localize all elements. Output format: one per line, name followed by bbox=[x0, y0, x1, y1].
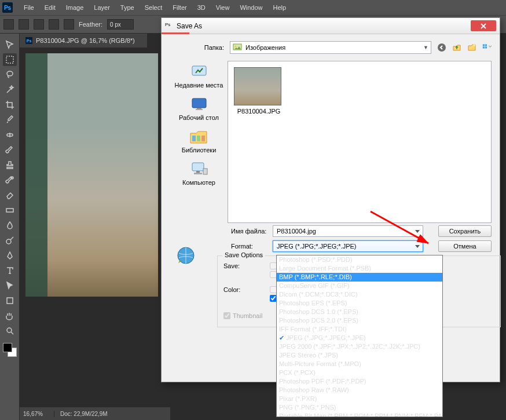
format-option[interactable]: Photoshop DCS 2.0 (*.EPS) bbox=[277, 316, 442, 325]
pictures-icon bbox=[233, 42, 242, 53]
document-canvas[interactable] bbox=[25, 53, 158, 297]
cancel-button[interactable]: Отмена bbox=[438, 240, 492, 252]
format-option[interactable]: ✔ JPEG (*.JPG;*.JPEG;*.JPE) bbox=[277, 334, 442, 342]
dodge-tool[interactable] bbox=[3, 234, 17, 247]
dialog-title: Save As bbox=[177, 22, 202, 30]
menu-image[interactable]: Image bbox=[61, 4, 89, 11]
thumbnail-label: Thumbnail bbox=[233, 312, 262, 319]
svg-rect-6 bbox=[7, 298, 13, 304]
file-name: P8310004.JPG bbox=[237, 108, 281, 115]
place-computer[interactable]: Компьютер bbox=[180, 158, 218, 188]
color-swatches[interactable] bbox=[3, 343, 17, 357]
svg-rect-12 bbox=[483, 44, 485, 46]
brush-tool[interactable] bbox=[3, 144, 17, 156]
svg-point-5 bbox=[6, 239, 11, 244]
place-recent[interactable]: Недавние места bbox=[173, 61, 226, 91]
place-desktop[interactable]: Рабочий стол bbox=[177, 93, 221, 123]
menu-help[interactable]: Help bbox=[268, 4, 292, 11]
history-brush-tool[interactable] bbox=[3, 174, 17, 187]
menu-filter[interactable]: Filter bbox=[167, 4, 192, 11]
marquee-add[interactable] bbox=[34, 19, 44, 30]
format-dropdown[interactable]: Photoshop (*.PSD;*.PDD)Large Document Fo… bbox=[276, 255, 443, 417]
shape-tool[interactable] bbox=[3, 294, 17, 307]
up-icon[interactable] bbox=[452, 43, 461, 52]
format-option[interactable]: Photoshop EPS (*.EPS) bbox=[277, 299, 442, 308]
format-option[interactable]: Photoshop PDF (*.PDF;*.PDP) bbox=[277, 377, 442, 386]
svg-rect-0 bbox=[6, 56, 13, 63]
format-option[interactable]: JPEG 2000 (*.JPF;*.JPX;*.JP2;*.J2C;*.J2K… bbox=[277, 342, 442, 351]
menu-3d[interactable]: 3D bbox=[192, 4, 211, 11]
folder-value: Изображения bbox=[245, 44, 285, 51]
filename-value: P8310004.jpg bbox=[277, 228, 316, 235]
crop-tool[interactable] bbox=[3, 98, 17, 111]
dialog-titlebar[interactable]: Ps Save As bbox=[162, 18, 500, 34]
type-tool[interactable] bbox=[3, 264, 17, 277]
menu-layer[interactable]: Layer bbox=[89, 4, 115, 11]
format-option[interactable]: Photoshop DCS 1.0 (*.EPS) bbox=[277, 308, 442, 316]
format-option[interactable]: Portable Bit Map (*.PBM;*.PGM;*.PPM;*.PN… bbox=[277, 412, 442, 417]
new-folder-icon[interactable] bbox=[467, 43, 476, 52]
move-tool[interactable] bbox=[3, 38, 17, 51]
tool-preset[interactable] bbox=[3, 19, 14, 30]
menu-file[interactable]: File bbox=[19, 4, 39, 11]
menu-view[interactable]: View bbox=[211, 4, 235, 11]
menu-type[interactable]: Type bbox=[115, 4, 140, 11]
place-desktop-label: Рабочий стол bbox=[179, 114, 219, 121]
menu-select[interactable]: Select bbox=[140, 4, 168, 11]
format-option[interactable]: Multi-Picture Format (*.MPO) bbox=[277, 360, 442, 368]
save-options-title: Save Options bbox=[222, 251, 265, 258]
place-computer-label: Компьютер bbox=[182, 179, 215, 186]
marquee-intersect[interactable] bbox=[64, 19, 74, 30]
folder-combobox[interactable]: Изображения ▼ bbox=[230, 41, 431, 54]
format-option[interactable]: Photoshop Raw (*.RAW) bbox=[277, 386, 442, 395]
document-tab[interactable]: Ps P8310004.JPG @ 16,7% (RGB/8*) bbox=[20, 34, 147, 48]
blur-tool[interactable] bbox=[3, 219, 17, 232]
stamp-tool[interactable] bbox=[3, 159, 17, 171]
format-option[interactable]: BMP (*.BMP;*.RLE;*.DIB) bbox=[277, 273, 442, 282]
save-button[interactable]: Сохранить bbox=[438, 225, 492, 237]
format-option[interactable]: Pixar (*.PXR) bbox=[277, 395, 442, 403]
menu-edit[interactable]: Edit bbox=[39, 4, 61, 11]
zoom-indicator[interactable]: 16,67% bbox=[20, 411, 54, 417]
wand-tool[interactable] bbox=[3, 83, 17, 96]
eyedropper-tool[interactable] bbox=[3, 114, 17, 126]
view-menu-icon[interactable] bbox=[482, 43, 492, 52]
file-thumbnail bbox=[234, 67, 281, 105]
format-option[interactable]: Photoshop (*.PSD;*.PDD) bbox=[277, 255, 442, 264]
format-option[interactable]: CompuServe GIF (*.GIF) bbox=[277, 282, 442, 290]
svg-rect-19 bbox=[196, 109, 203, 110]
close-button[interactable] bbox=[471, 20, 496, 31]
format-option[interactable]: PCX (*.PCX) bbox=[277, 368, 442, 377]
pen-tool[interactable] bbox=[3, 249, 17, 262]
eraser-tool[interactable] bbox=[3, 189, 17, 202]
format-option[interactable]: Large Document Format (*.PSB) bbox=[277, 264, 442, 273]
place-libraries-label: Библиотеки bbox=[182, 147, 217, 154]
file-item[interactable]: P8310004.JPG bbox=[234, 67, 284, 115]
svg-rect-17 bbox=[192, 98, 206, 108]
lasso-tool[interactable] bbox=[3, 68, 17, 81]
menu-window[interactable]: Window bbox=[234, 4, 267, 11]
marquee-subtract[interactable] bbox=[49, 19, 59, 30]
heal-tool[interactable] bbox=[3, 129, 17, 141]
hand-tool[interactable] bbox=[3, 309, 17, 322]
file-list[interactable]: P8310004.JPG bbox=[228, 61, 492, 223]
path-select-tool[interactable] bbox=[3, 279, 17, 292]
feather-input[interactable] bbox=[107, 19, 134, 30]
marquee-tool[interactable] bbox=[3, 53, 17, 66]
places-bar: Недавние места Рабочий стол Библиотеки К… bbox=[168, 61, 229, 223]
place-libraries[interactable]: Библиотеки bbox=[179, 126, 219, 156]
format-option[interactable]: IFF Format (*.IFF;*.TDI) bbox=[277, 325, 442, 334]
back-icon[interactable] bbox=[437, 43, 446, 52]
thumbnail-checkbox: Thumbnail bbox=[223, 312, 262, 319]
format-combobox[interactable]: JPEG (*.JPG;*.JPEG;*.JPE) bbox=[273, 240, 423, 252]
filename-input[interactable]: P8310004.jpg bbox=[273, 225, 423, 237]
menu-bar: Ps File Edit Image Layer Type Select Fil… bbox=[0, 0, 506, 15]
format-value: JPEG (*.JPG;*.JPEG;*.JPE) bbox=[277, 243, 357, 250]
zoom-tool[interactable] bbox=[3, 324, 17, 337]
gradient-tool[interactable] bbox=[3, 204, 17, 217]
format-option[interactable]: JPEG Stereo (*.JPS) bbox=[277, 351, 442, 360]
svg-rect-18 bbox=[197, 108, 201, 109]
format-option[interactable]: PNG (*.PNG;*.PNS) bbox=[277, 403, 442, 412]
format-option[interactable]: Dicom (*.DCM;*.DC3;*.DIC) bbox=[277, 290, 442, 299]
marquee-style[interactable] bbox=[19, 19, 29, 30]
